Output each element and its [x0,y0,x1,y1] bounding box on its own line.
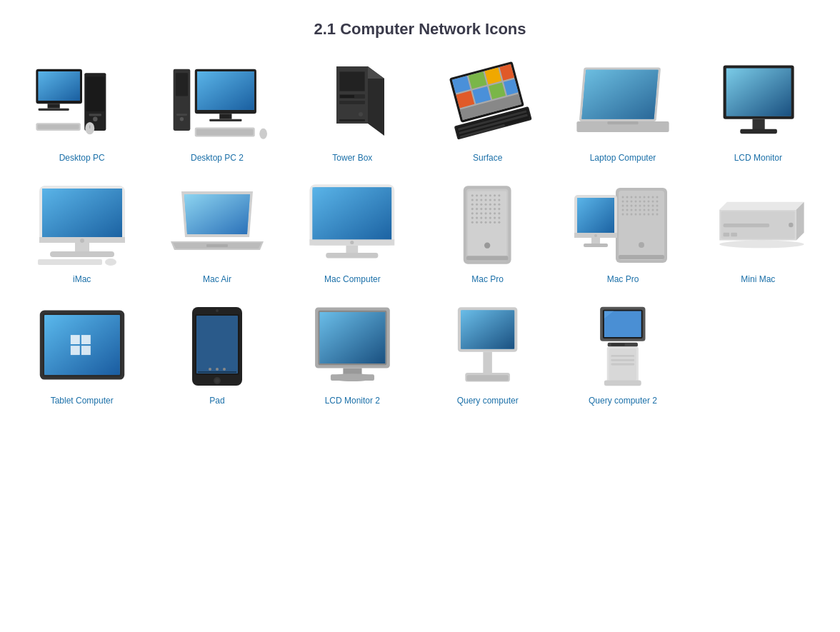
svg-point-69 [105,259,116,266]
icon-cell-lcd-monitor-2[interactable]: LCD Monitor 2 [285,296,420,410]
svg-point-215 [215,378,219,383]
svg-rect-29 [340,72,364,91]
icon-cell-mac-pro[interactable]: Mac Pro [420,174,555,289]
svg-marker-72 [184,194,250,234]
laptop-computer-label: Laptop Computer [590,152,656,164]
query-computer-label: Query computer [457,395,519,407]
svg-point-150 [630,200,632,202]
laptop-computer-icon [573,61,673,146]
svg-point-133 [494,221,496,224]
svg-marker-194 [719,202,804,210]
svg-rect-224 [320,312,386,363]
svg-point-154 [647,200,649,202]
svg-rect-31 [340,95,354,98]
svg-point-220 [223,368,226,371]
svg-point-96 [485,199,487,201]
svg-point-156 [656,200,658,202]
svg-point-155 [651,200,654,202]
svg-point-119 [494,212,496,214]
svg-point-24 [259,129,267,139]
svg-point-99 [499,199,501,201]
svg-rect-53 [581,70,658,119]
svg-point-175 [621,213,624,215]
svg-point-112 [494,208,496,210]
svg-point-135 [484,243,490,249]
svg-point-149 [626,200,628,202]
svg-rect-10 [37,124,79,129]
svg-rect-208 [71,346,80,355]
svg-point-116 [481,212,483,214]
empty-cell [691,296,826,410]
icon-cell-tower-box[interactable]: Tower Box [285,53,420,167]
svg-point-181 [647,213,649,215]
svg-point-152 [639,200,641,202]
icon-cell-lcd-monitor[interactable]: LCD Monitor [691,53,826,167]
svg-rect-59 [753,119,765,131]
svg-point-131 [485,221,487,224]
mini-mac-label: Mini Mac [741,274,775,286]
svg-point-151 [634,200,636,202]
svg-rect-21 [209,119,241,121]
icon-cell-desktop-pc-2[interactable]: Desktop PC 2 [149,53,284,167]
svg-point-167 [626,209,628,211]
svg-point-126 [494,217,496,219]
svg-point-110 [485,208,487,210]
icon-cell-query-computer[interactable]: Query computer [420,296,555,410]
svg-rect-81 [346,246,359,253]
svg-point-161 [639,204,641,206]
desktop-pc-2-icon [167,61,267,146]
svg-point-178 [634,213,636,215]
svg-rect-7 [47,104,59,108]
svg-rect-66 [75,243,89,251]
svg-point-141 [630,196,632,198]
svg-point-113 [499,208,501,210]
svg-point-101 [476,204,478,206]
icon-cell-imac[interactable]: iMac [14,174,149,289]
icon-cell-laptop-computer[interactable]: Laptop Computer [555,53,690,167]
svg-point-115 [476,212,478,214]
svg-point-120 [499,212,501,214]
svg-rect-197 [724,224,770,227]
svg-rect-63 [42,189,122,240]
icon-cell-desktop-pc[interactable]: Desktop PC [14,53,149,167]
svg-point-216 [216,309,219,312]
icon-cell-tablet-computer[interactable]: Tablet Computer [14,296,149,410]
svg-rect-55 [607,121,638,124]
desktop-pc-icon [32,61,132,146]
svg-rect-3 [89,114,101,116]
mac-air-label: Mac Air [203,274,231,286]
icon-cell-mac-pro-2[interactable]: Mac Pro [555,174,690,289]
surface-icon [438,61,538,146]
svg-point-191 [639,242,644,248]
icon-cell-surface[interactable]: Surface [420,53,555,167]
icon-cell-query-computer-2[interactable]: Query computer 2 [555,296,690,410]
svg-point-107 [471,208,474,210]
svg-point-88 [481,194,483,196]
lcd-monitor-2-icon [302,304,402,389]
svg-point-65 [80,239,84,243]
mac-computer-label: Mac Computer [324,274,381,286]
icon-cell-mac-computer[interactable]: Mac Computer [285,174,420,289]
svg-rect-243 [611,359,635,361]
icon-cell-pad[interactable]: Pad [149,296,284,410]
svg-point-182 [651,213,654,215]
svg-point-33 [359,112,363,116]
svg-point-145 [647,196,649,198]
svg-point-95 [481,199,483,201]
imac-label: iMac [73,274,91,286]
svg-rect-32 [339,101,365,104]
lcd-monitor-label: LCD Monitor [734,152,782,164]
pad-icon [167,304,267,389]
icon-cell-mini-mac[interactable]: Mini Mac [691,174,826,289]
svg-point-108 [476,208,478,210]
svg-point-125 [489,217,491,219]
svg-point-103 [485,204,487,206]
svg-point-80 [351,241,354,244]
desktop-pc-2-label: Desktop PC 2 [191,152,244,164]
svg-rect-16 [176,114,187,116]
svg-rect-1 [86,77,104,111]
svg-rect-230 [461,311,514,349]
svg-point-94 [476,199,478,201]
icon-cell-mac-air[interactable]: Mac Air [149,174,284,289]
svg-rect-8 [38,109,69,111]
